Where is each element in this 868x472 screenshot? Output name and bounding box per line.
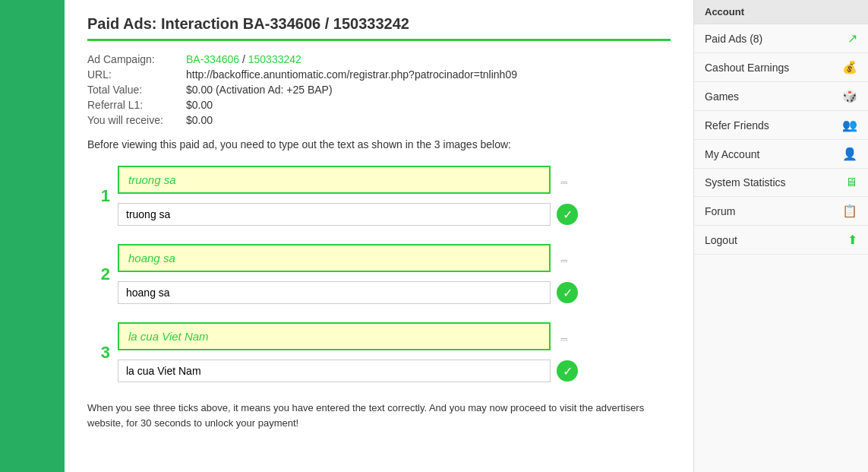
sidebar-item-cashout-earnings[interactable]: Cashout Earnings💰 <box>694 53 868 82</box>
sidebar-icon-money: 💰 <box>842 60 857 74</box>
captcha-number-2: 2 <box>87 265 110 284</box>
instruction-text: Before viewing this paid ad, you need to… <box>87 138 671 150</box>
captcha-input-row-1: ✓ <box>118 203 671 226</box>
referral-l1-row: Referral L1: $0.00 <box>87 99 671 111</box>
sidebar-account-title: Account <box>694 0 868 24</box>
sidebar-label-7: Logout <box>705 234 737 246</box>
captcha-fields-2: hoang sa⎓✓ <box>118 244 671 304</box>
sidebar: Account Paid Ads (8)↗Cashout Earnings💰Ga… <box>693 0 868 472</box>
sidebar-label-1: Cashout Earnings <box>705 62 789 74</box>
captcha-image-1: truong sa <box>118 166 551 194</box>
ad-campaign-link1[interactable]: BA-334606 <box>186 53 239 65</box>
sidebar-item-paid-ads-8[interactable]: Paid Ads (8)↗ <box>694 24 868 53</box>
meta-table: Ad Campaign: BA-334606 / 150333242 URL: … <box>87 53 671 126</box>
you-will-receive-label: You will receive: <box>87 114 186 126</box>
copy-icon-1[interactable]: ⎓ <box>555 173 573 192</box>
captcha-number-3: 3 <box>87 343 110 363</box>
sidebar-icon-person: 👤 <box>842 147 857 161</box>
copy-icon-3[interactable]: ⎓ <box>555 330 573 348</box>
footer-text: When you see three ticks above, it means… <box>87 401 671 430</box>
sidebar-label-2: Games <box>705 90 739 103</box>
captcha-image-row-1: truong sa⎓ <box>118 166 671 198</box>
you-will-receive-row: You will receive: $0.00 <box>87 114 671 126</box>
captcha-image-3: la cua Viet Nam <box>118 322 551 350</box>
captcha-image-2: hoang sa <box>118 244 551 272</box>
captcha-fields-1: truong sa⎓✓ <box>118 166 671 226</box>
sidebar-label-4: My Account <box>705 148 759 160</box>
sidebar-icon-share: ↗ <box>847 31 857 46</box>
captcha-check-icon-3: ✓ <box>557 360 578 382</box>
captcha-fields-3: la cua Viet Nam⎓✓ <box>118 322 671 382</box>
captcha-input-3[interactable] <box>118 360 551 382</box>
sidebar-item-my-account[interactable]: My Account👤 <box>694 140 868 169</box>
captcha-container: 1truong sa⎓✓2hoang sa⎓✓3la cua Viet Nam⎓… <box>87 166 671 382</box>
ad-campaign-value: BA-334606 / 150333242 <box>186 53 301 65</box>
sidebar-label-3: Refer Friends <box>705 119 769 131</box>
captcha-group-3: 3la cua Viet Nam⎓✓ <box>87 322 671 382</box>
url-value: http://backoffice.anuntiomatic.com/regis… <box>186 68 517 81</box>
sidebar-item-refer-friends[interactable]: Refer Friends👥 <box>694 111 868 140</box>
sidebar-icon-people: 👥 <box>842 118 857 132</box>
referral-l1-label: Referral L1: <box>87 99 186 111</box>
sidebar-icon-upload: ⬆ <box>847 233 857 247</box>
sidebar-item-logout[interactable]: Logout⬆ <box>694 226 868 255</box>
ad-campaign-label: Ad Campaign: <box>87 53 186 65</box>
captcha-input-row-3: ✓ <box>118 360 671 382</box>
captcha-image-row-3: la cua Viet Nam⎓ <box>118 322 671 355</box>
copy-icon-2[interactable]: ⎓ <box>555 252 573 270</box>
total-value-label: Total Value: <box>87 84 186 96</box>
total-value-row: Total Value: $0.00 (Activation Ad: +25 B… <box>87 84 671 96</box>
captcha-number-1: 1 <box>87 186 110 206</box>
captcha-input-2[interactable] <box>118 281 551 304</box>
you-will-receive-value: $0.00 <box>186 114 213 126</box>
captcha-group-2: 2hoang sa⎓✓ <box>87 244 671 304</box>
left-bar <box>0 0 65 472</box>
sidebar-label-0: Paid Ads (8) <box>705 33 762 45</box>
ad-campaign-row: Ad Campaign: BA-334606 / 150333242 <box>87 53 671 65</box>
ad-campaign-link2[interactable]: 150333242 <box>248 53 301 65</box>
captcha-image-row-2: hoang sa⎓ <box>118 244 671 277</box>
sidebar-label-5: System Statistics <box>705 176 786 188</box>
referral-l1-value: $0.00 <box>186 99 213 111</box>
captcha-input-row-2: ✓ <box>118 281 671 304</box>
sidebar-item-system-statistics[interactable]: System Statistics🖥 <box>694 169 868 197</box>
sidebar-items: Paid Ads (8)↗Cashout Earnings💰Games🎲Refe… <box>694 24 868 255</box>
captcha-group-1: 1truong sa⎓✓ <box>87 166 671 226</box>
captcha-check-icon-2: ✓ <box>557 282 578 303</box>
sidebar-icon-monitor: 🖥 <box>845 176 857 189</box>
sidebar-label-6: Forum <box>705 205 735 217</box>
captcha-input-1[interactable] <box>118 203 551 226</box>
sidebar-icon-list: 📋 <box>842 204 857 218</box>
total-value: $0.00 (Activation Ad: +25 BAP) <box>186 84 333 96</box>
url-label: URL: <box>87 68 186 81</box>
url-row: URL: http://backoffice.anuntiomatic.com/… <box>87 68 671 81</box>
captcha-check-icon-1: ✓ <box>557 204 578 225</box>
main-content: Paid Ads: Interaction BA-334606 / 150333… <box>65 0 693 472</box>
sidebar-item-forum[interactable]: Forum📋 <box>694 197 868 226</box>
page-title: Paid Ads: Interaction BA-334606 / 150333… <box>87 15 671 41</box>
sidebar-item-games[interactable]: Games🎲 <box>694 82 868 111</box>
ad-campaign-separator: / <box>239 53 248 65</box>
sidebar-icon-dice: 🎲 <box>842 89 857 103</box>
